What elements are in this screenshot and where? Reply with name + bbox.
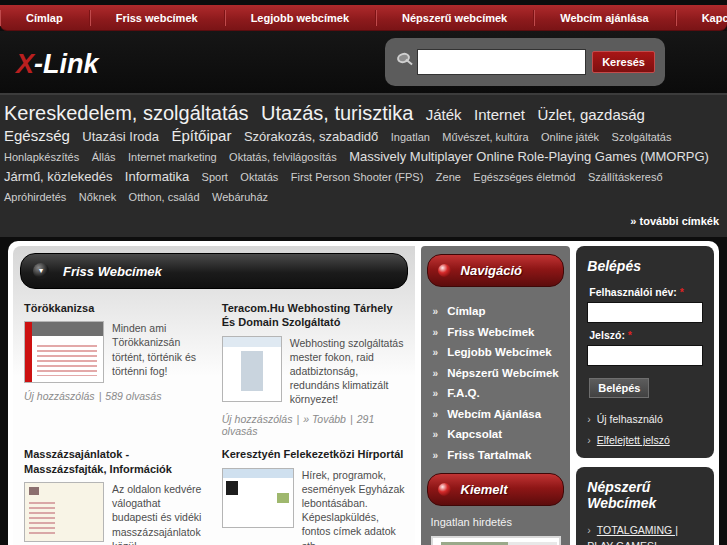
menu-item[interactable]: Népszerű webcímek xyxy=(376,10,534,26)
tag-link[interactable]: Oktatás, felvilágosítás xyxy=(229,151,337,163)
navigation-item-label: Címlap xyxy=(447,305,485,317)
site-logo[interactable]: X-Link xyxy=(16,49,99,80)
entry-description: Webhosting szolgáltatás mester fokon, ra… xyxy=(290,336,406,407)
navigation-item-label: Legjobb Webcímek xyxy=(447,346,552,358)
chevron-single-icon: › xyxy=(587,434,591,446)
featured-thumbnail[interactable] xyxy=(431,536,561,545)
navigation-item[interactable]: »Címlap xyxy=(433,305,563,317)
entry-title-link[interactable]: Teracom.Hu Webhosting Tárhely És Domain … xyxy=(222,301,406,330)
entry-thumbnail[interactable] xyxy=(222,468,294,528)
logo-rest: -Link xyxy=(34,49,99,79)
tag-link[interactable]: Webáruház xyxy=(212,191,268,203)
tag-link[interactable]: Otthon, család xyxy=(129,191,200,203)
tag-link[interactable]: Apróhirdetés xyxy=(4,191,66,203)
login-link[interactable]: ›Elfelejtett jelszó xyxy=(587,434,703,446)
tag-link[interactable]: Internet xyxy=(474,106,525,123)
tag-link[interactable]: Oktatás xyxy=(240,171,278,183)
entry-comment-link[interactable]: Új hozzászólás xyxy=(24,390,95,402)
chevron-double-icon: » xyxy=(433,327,439,338)
tag-link[interactable]: Játék xyxy=(426,106,462,123)
tag-link[interactable]: Zene xyxy=(436,171,461,183)
red-orb-icon xyxy=(438,483,451,496)
search-icon xyxy=(397,53,407,68)
entry-comment-link[interactable]: Új hozzászólás xyxy=(222,413,293,425)
navigation-item[interactable]: »Népszerű Webcímek xyxy=(433,367,563,379)
chevron-double-icon: » xyxy=(433,409,439,420)
navigation-item[interactable]: »Legjobb Webcímek xyxy=(433,346,563,358)
username-label-text: Felhasználói név: xyxy=(589,286,677,298)
tag-link[interactable]: Építőipar xyxy=(171,127,231,144)
login-links: ›Új felhasználó ›Elfelejtett jelszó xyxy=(587,413,703,446)
menu-item[interactable]: Legjobb webcímek xyxy=(225,10,376,26)
popular-title: Népszerű Webcímek xyxy=(587,479,703,511)
chevron-single-icon: › xyxy=(587,524,591,536)
entry-meta: Új hozzászólás|» Tovább|291 olvasás xyxy=(222,413,406,437)
login-link[interactable]: ›Új felhasználó xyxy=(587,413,703,425)
navigation-item[interactable]: »Friss Webcímek xyxy=(433,326,563,338)
entry-title-link[interactable]: Keresztyén Felekezetközi Hírportál xyxy=(222,447,406,461)
tag-link[interactable]: Szórakozás, szabadidő xyxy=(244,129,378,144)
popular-link[interactable]: ›TOTALGAMING | PLAY GAMES! xyxy=(587,523,703,545)
menu-item[interactable]: Webcím ajánlása xyxy=(534,10,675,26)
menu-item[interactable]: Friss webcímek xyxy=(90,10,225,26)
logo-x: X xyxy=(16,49,34,79)
entry-title-link[interactable]: Törökkanizsa xyxy=(24,301,208,315)
username-field[interactable] xyxy=(587,302,703,323)
popular-box: Népszerű Webcímek ›TOTALGAMING | PLAY GA… xyxy=(576,467,714,545)
tag-link[interactable]: Sport xyxy=(202,171,228,183)
tag-link[interactable]: Üzlet, gazdaság xyxy=(537,106,645,123)
login-link-label: Elfelejtett jelszó xyxy=(597,434,670,446)
tag-link[interactable]: Internet marketing xyxy=(128,151,217,163)
entry-description: Minden ami Törökkanizsán történt, történ… xyxy=(112,321,208,383)
navigation-item-label: F.A.Q. xyxy=(447,387,480,399)
tag-link[interactable]: Utazás, turisztika xyxy=(261,102,413,124)
navigation-item[interactable]: »F.A.Q. xyxy=(433,387,563,399)
tag-link[interactable]: Állás xyxy=(92,151,116,163)
tag-link[interactable]: Szállításkereső xyxy=(588,171,663,183)
tag-link[interactable]: Szolgáltatás xyxy=(612,131,672,143)
entry-meta: Új hozzászólás|589 olvasás xyxy=(24,390,208,402)
search-bar: Keresés xyxy=(385,38,665,86)
navigation-item[interactable]: »Friss Tartalmak xyxy=(433,449,563,461)
tag-link[interactable]: Egészséges életmód xyxy=(473,171,575,183)
tag-link[interactable]: Művészet, kultúra xyxy=(442,131,528,143)
password-field[interactable] xyxy=(587,345,703,366)
menu-item[interactable]: Kapcsolat xyxy=(676,10,727,26)
more-tags-row: » további címkék xyxy=(0,208,727,237)
tag-link[interactable]: Utazási Iroda xyxy=(82,129,159,144)
search-button[interactable]: Keresés xyxy=(592,51,655,73)
navigation-item[interactable]: »Kapcsolat xyxy=(433,428,563,440)
tag-link[interactable]: Ingatlan xyxy=(391,131,430,143)
tag-link[interactable]: Kereskedelem, szolgáltatás xyxy=(4,102,249,124)
tag-link[interactable]: Informatika xyxy=(125,169,189,184)
more-tags-link[interactable]: » további címkék xyxy=(630,215,719,227)
tag-link[interactable]: Online játék xyxy=(541,131,599,143)
entry-description: Az oldalon kedvére válogathat budapesti … xyxy=(112,482,208,545)
navigation-item-label: Webcím Ajánlása xyxy=(447,408,541,420)
menu-item[interactable]: Címlap xyxy=(0,10,90,26)
popular-links: ›TOTALGAMING | PLAY GAMES! ›Szerelmes ve… xyxy=(587,523,703,545)
search-input[interactable] xyxy=(417,49,586,75)
tag-link[interactable]: Egészség xyxy=(4,127,70,144)
tag-link[interactable]: Jármű, közlekedés xyxy=(4,169,112,184)
tag-link[interactable]: Massively Multiplayer Online Role-Playin… xyxy=(349,149,709,164)
entry-thumbnail[interactable] xyxy=(24,482,104,542)
navigation-item[interactable]: »Webcím Ajánlása xyxy=(433,408,563,420)
navigation-item-label: Kapcsolat xyxy=(447,428,502,440)
tag-link[interactable]: First Person Shooter (FPS) xyxy=(291,171,424,183)
entry-body: Az oldalon kedvére válogathat budapesti … xyxy=(24,482,208,545)
login-button[interactable]: Belépés xyxy=(589,378,649,398)
entry-title-link[interactable]: Masszázsajánlatok - Masszázsfajták, Info… xyxy=(24,447,208,476)
password-label: Jelszó: * xyxy=(589,329,703,341)
entry-thumbnail[interactable] xyxy=(222,336,282,402)
tag-cloud: Kereskedelem, szolgáltatás Utazás, turis… xyxy=(0,95,727,208)
entry-thumbnail[interactable] xyxy=(24,321,104,383)
navigation-item-label: Friss Tartalmak xyxy=(447,449,531,461)
featured-label: Ingatlan hirdetés xyxy=(431,516,565,528)
entry-more-link[interactable]: » Tovább xyxy=(303,413,346,425)
meta-separator: | xyxy=(99,390,102,402)
tag-link[interactable]: Nőknek xyxy=(79,191,116,203)
featured-title: Kiemelt xyxy=(461,482,508,497)
tag-link[interactable]: Honlapkészítés xyxy=(4,151,79,163)
meta-separator: | xyxy=(350,413,353,425)
